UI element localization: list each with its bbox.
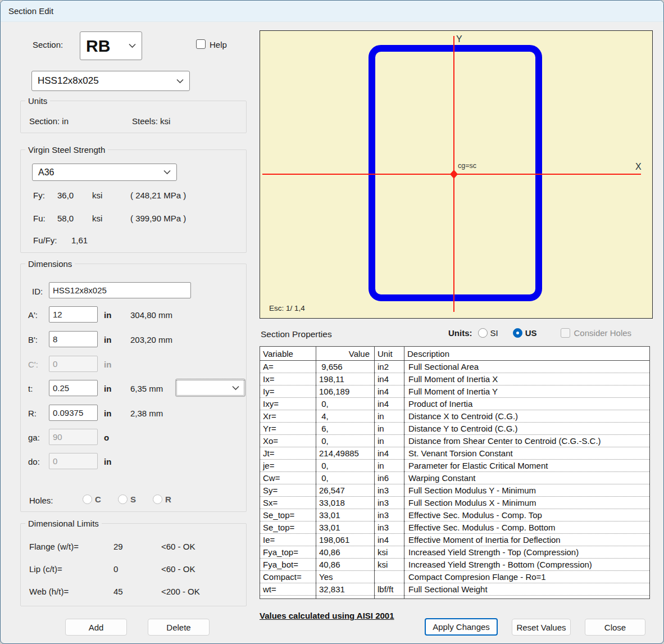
- cell-value: 198,061: [316, 534, 375, 546]
- help-checkbox[interactable]: [196, 39, 206, 49]
- cell-value: 198,11: [316, 373, 375, 386]
- cell-description: Effective Moment of Inertia for Deflecti…: [404, 534, 650, 546]
- cell-value: 6,: [316, 423, 375, 435]
- table-row[interactable]: Se_top=33,01in3Effective Sec. Modulus - …: [260, 509, 650, 521]
- section-name-combo[interactable]: HSS12x8x025: [31, 71, 190, 91]
- fu-value: 58,0: [57, 214, 74, 223]
- cell-value: 33,018: [316, 497, 375, 509]
- id-input[interactable]: [49, 282, 191, 298]
- cell-unit: in4: [375, 534, 404, 546]
- table-row[interactable]: Sx=33,018in3Full Section Modulus X - Min…: [260, 497, 650, 509]
- steel-grade-combo[interactable]: A36: [32, 164, 177, 181]
- section-type-label: Section:: [33, 40, 63, 49]
- table-row[interactable]: Xo= 0,inDistance from Shear Center to Ce…: [260, 435, 650, 447]
- units-label: Units:: [448, 328, 472, 338]
- dim-input[interactable]: [49, 306, 98, 323]
- table-row[interactable]: Fya_top=40,86ksiIncreased Yield Strength…: [260, 546, 650, 559]
- cell-value: 0,: [316, 435, 375, 447]
- cell-value: 9,656: [316, 361, 375, 373]
- table-row[interactable]: Compact=YesCompact Compresion Flange - R…: [260, 571, 650, 583]
- cell-unit: in2: [375, 361, 404, 373]
- fufy-value: 1,61: [71, 235, 88, 245]
- dim-input[interactable]: [49, 356, 98, 372]
- gauge-select[interactable]: [175, 379, 245, 397]
- limit-label: Web (h/t)=: [29, 587, 69, 596]
- dim-row-label: C':: [28, 360, 38, 369]
- cell-description: Full Moment of Inertia X: [404, 373, 650, 386]
- cell-unit: in4: [375, 398, 404, 410]
- dim-input[interactable]: [49, 405, 98, 421]
- cell-value: 0,: [316, 472, 375, 484]
- table-row[interactable]: Ix=198,11in4Full Moment of Inertia X: [260, 373, 650, 386]
- table-row[interactable]: Se_top=33,01in3Effective Sec. Modulus - …: [260, 521, 650, 534]
- cell-unit: in4: [375, 373, 404, 386]
- fy-mpa: ( 248,21 MPa ): [130, 191, 186, 200]
- units-si-radio[interactable]: [478, 328, 488, 338]
- fy-label: Fy:: [33, 191, 45, 200]
- holes-radio-c[interactable]: [83, 495, 92, 504]
- steel-strength-legend: Virgin Steel Strength: [25, 145, 108, 155]
- cell-value: 33,01: [316, 521, 375, 534]
- cell-description: Full Sectional Area: [404, 361, 650, 373]
- dim-row-label: B':: [28, 335, 38, 344]
- units-group: Units Section: in Steels: ksi: [20, 101, 247, 133]
- consider-holes-checkbox[interactable]: [561, 328, 570, 338]
- dim-input[interactable]: [49, 331, 98, 347]
- table-row[interactable]: Fya_bot=40,86ksiIncreased Yield Strength…: [260, 559, 650, 571]
- table-row[interactable]: Cw= 0,in6Warping Constant: [260, 472, 650, 484]
- cell-variable: Sx=: [260, 497, 316, 509]
- dim-input[interactable]: [49, 380, 98, 396]
- cell-description: Distance from Shear Center to Centroid (…: [404, 435, 650, 447]
- dim-metric-label: 6,35 mm: [130, 384, 163, 393]
- delete-button[interactable]: Delete: [148, 619, 210, 636]
- close-button[interactable]: Close: [585, 619, 645, 636]
- cell-variable: je=: [260, 460, 316, 472]
- section-type-combo[interactable]: RB: [80, 31, 142, 60]
- table-row[interactable]: Yr= 6,inDistance Y to Centroid (C.G.): [260, 423, 650, 435]
- units-us-radio[interactable]: [513, 328, 522, 338]
- reset-values-button[interactable]: Reset Values: [512, 619, 571, 636]
- dim-row-label: do:: [28, 457, 40, 466]
- table-row[interactable]: Sy=26,547in3Full Section Modulus Y - Min…: [260, 484, 650, 497]
- cell-variable: Xo=: [260, 435, 316, 447]
- holes-radio-s[interactable]: [118, 495, 128, 504]
- cell-description: Parameter for Elastic Critical Moment: [404, 460, 650, 472]
- table-row[interactable]: Ie=198,061in4Effective Moment of Inertia…: [260, 534, 650, 546]
- chevron-down-icon: [232, 386, 239, 391]
- empty-cell: [260, 596, 316, 599]
- table-row[interactable]: wt=32,831lbf/ftFull Sectional Weight: [260, 583, 650, 596]
- table-row[interactable]: Iy=106,189in4Full Moment of Inertia Y: [260, 386, 650, 398]
- table-row[interactable]: Xr= 4,inDistance X to Centroid (C.G.): [260, 410, 650, 423]
- apply-changes-button[interactable]: Apply Changes: [425, 618, 498, 636]
- dim-row-label: ga:: [28, 433, 40, 442]
- table-row[interactable]: Jt=214,49885in4St. Venant Torsion Consta…: [260, 447, 650, 460]
- dim-input[interactable]: [49, 453, 98, 469]
- dim-input[interactable]: [49, 429, 98, 445]
- limit-value: 29: [113, 542, 123, 551]
- x-axis-label: X: [635, 162, 642, 171]
- holes-option-label: R: [165, 495, 171, 504]
- table-row[interactable]: A= 9,656in2Full Sectional Area: [260, 361, 650, 373]
- cell-variable: Se_top=: [260, 509, 316, 521]
- table-row[interactable]: je= 0,inParameter for Elastic Critical M…: [260, 460, 650, 472]
- cell-value: 40,86: [316, 546, 375, 559]
- cell-value: 32,831: [316, 583, 375, 596]
- cell-unit: ksi: [375, 546, 404, 559]
- holes-radio-r[interactable]: [153, 495, 162, 504]
- header-unit: Unit: [375, 347, 404, 361]
- cell-variable: Fya_bot=: [260, 559, 316, 571]
- dimensional-limits-legend: Dimensional Limits: [25, 519, 102, 528]
- dim-metric-label: 203,20 mm: [130, 335, 172, 344]
- y-axis-label: Y: [456, 34, 462, 44]
- cell-description: Distance Y to Centroid (C.G.): [404, 423, 650, 435]
- header-value: Value: [316, 347, 375, 361]
- empty-cell: [404, 596, 650, 599]
- cell-description: Product of Inertia: [404, 398, 650, 410]
- fu-label: Fu:: [33, 214, 46, 223]
- table-header-row: Variable Value Unit Description: [260, 347, 650, 361]
- cell-value: Yes: [316, 571, 375, 583]
- dimensions-group: Dimensions ID: A':in304,80 mmB':in203,20…: [20, 264, 247, 512]
- add-button[interactable]: Add: [65, 619, 127, 636]
- table-row[interactable]: Ixy= 0,in4Product of Inertia: [260, 398, 650, 410]
- section-edit-dialog: Section Edit Section: RB Help HSS12x8x02…: [0, 0, 664, 644]
